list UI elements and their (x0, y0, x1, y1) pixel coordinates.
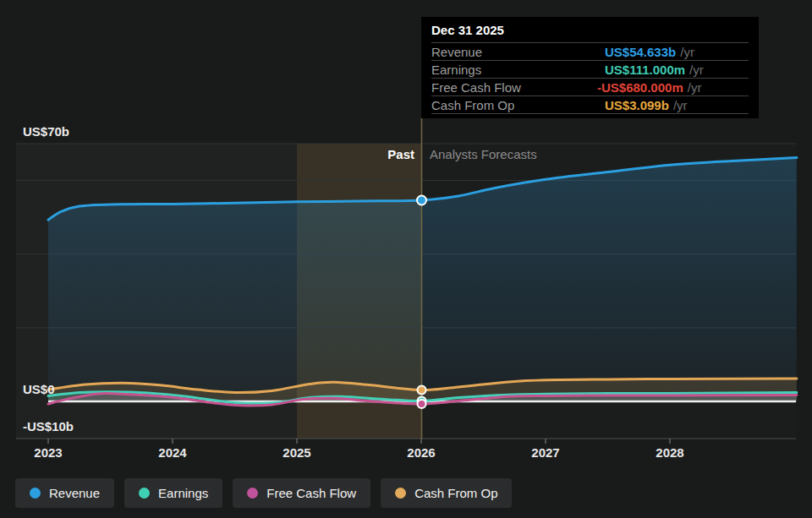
past-label: Past (387, 147, 414, 161)
tooltip-row-revenue: Revenue US$54.633b /yr (431, 43, 749, 61)
legend-item-revenue[interactable]: Revenue (15, 478, 114, 508)
tooltip-value: -US$680.000m (597, 80, 683, 95)
cash-from-op-marker[interactable] (418, 386, 426, 395)
forecast-chart-page: US$70bUS$0-US$10b 2023202420252026202720… (0, 0, 812, 518)
tooltip: Dec 31 2025 Revenue US$54.633b /yr Earni… (421, 17, 759, 118)
legend-item-label: Cash From Op (414, 486, 497, 500)
tooltip-suffix: /yr (673, 98, 688, 112)
tooltip-label: Free Cash Flow (431, 80, 605, 95)
tooltip-suffix: /yr (680, 45, 694, 59)
free-cash-flow-marker[interactable] (418, 400, 426, 408)
tooltip-value: US$54.633b (605, 45, 676, 59)
tooltip-suffix: /yr (688, 80, 702, 95)
tooltip-date: Dec 31 2025 (431, 17, 749, 43)
x-axis-label: 2023 (23, 445, 74, 460)
x-axis-label: 2026 (396, 445, 447, 460)
tooltip-row-cash-from-op: Cash From Op US$3.099b /yr (431, 96, 749, 114)
analysts-forecasts-label: Analysts Forecasts (430, 147, 537, 161)
legend-item-label: Earnings (158, 486, 208, 500)
legend-dot-icon (30, 488, 41, 499)
y-axis-label: US$0 (23, 382, 55, 396)
x-axis-label: 2027 (520, 445, 571, 460)
tooltip-row-earnings: Earnings US$111.000m /yr (431, 61, 749, 79)
tooltip-value: US$111.000m (605, 63, 685, 77)
legend-item-free-cash-flow[interactable]: Free Cash Flow (233, 478, 370, 508)
legend-item-label: Free Cash Flow (266, 486, 356, 500)
legend-item-earnings[interactable]: Earnings (124, 478, 222, 508)
revenue-marker[interactable] (417, 196, 426, 205)
x-axis-label: 2028 (645, 445, 695, 460)
legend-item-label: Revenue (49, 486, 100, 500)
y-axis-label: -US$10b (23, 419, 74, 433)
x-axis-label: 2024 (147, 445, 198, 460)
legend: RevenueEarningsFree Cash FlowCash From O… (15, 478, 512, 508)
tooltip-value: US$3.099b (605, 98, 669, 112)
tooltip-row-free-cash-flow: Free Cash Flow -US$680.000m /yr (431, 79, 749, 96)
x-axis-label: 2025 (272, 445, 322, 460)
tooltip-label: Revenue (431, 45, 605, 59)
legend-dot-icon (247, 488, 258, 499)
legend-item-cash-from-op[interactable]: Cash From Op (381, 478, 512, 508)
tooltip-label: Earnings (431, 63, 605, 77)
tooltip-label: Cash From Op (431, 98, 605, 112)
tooltip-suffix: /yr (689, 63, 704, 77)
y-axis-label: US$70b (23, 124, 69, 139)
legend-dot-icon (139, 488, 150, 499)
legend-dot-icon (395, 488, 406, 499)
